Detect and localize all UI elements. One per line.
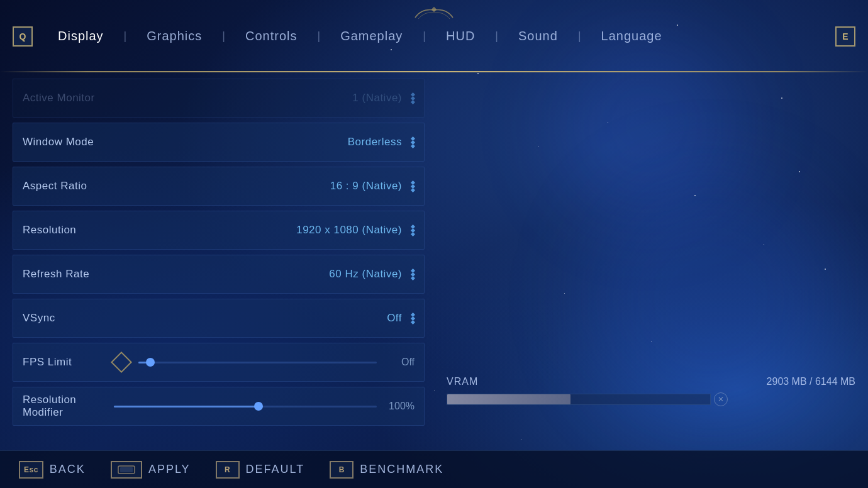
active-monitor-label: Active Monitor: [23, 92, 95, 104]
apply-button[interactable]: APPLY: [111, 461, 191, 479]
vram-close-button[interactable]: ✕: [714, 392, 728, 406]
aspect-ratio-value-container: 16 : 9 (Native): [330, 180, 415, 192]
vsync-value-container: Off: [387, 312, 415, 324]
fps-limit-icon: [111, 352, 132, 373]
tab-separator-6: |: [577, 30, 582, 43]
setting-fps-limit[interactable]: FPS Limit Off: [13, 343, 425, 382]
tab-separator-4: |: [421, 30, 427, 43]
fps-limit-value: Off: [386, 357, 415, 368]
content-area: Active Monitor 1 (Native) Window Mode Bo…: [0, 72, 868, 450]
tab-separator-5: |: [494, 30, 499, 43]
tab-sound[interactable]: Sound: [499, 24, 577, 48]
resolution-modifier-slider-track[interactable]: [114, 406, 377, 408]
benchmark-label: BENCHMARK: [360, 463, 443, 476]
tab-display[interactable]: Display: [39, 24, 123, 48]
active-monitor-value: 1 (Native): [352, 92, 402, 104]
right-panel: VRAM 2903 MB / 6144 MB ✕: [428, 79, 855, 444]
settings-panel: Active Monitor 1 (Native) Window Mode Bo…: [13, 79, 428, 444]
apply-label: APPLY: [148, 463, 191, 476]
setting-resolution-modifier[interactable]: Resolution Modifier 100%: [13, 387, 425, 426]
left-key-button[interactable]: Q: [13, 26, 33, 47]
window-mode-value: Borderless: [348, 136, 402, 148]
aspect-ratio-value: 16 : 9 (Native): [330, 180, 402, 192]
benchmark-button[interactable]: B BENCHMARK: [330, 461, 443, 479]
active-monitor-arrows: [411, 93, 415, 104]
vsync-arrows: [411, 313, 415, 324]
nav-tabs: Display | Graphics | Controls | Gameplay…: [39, 24, 829, 48]
nav-divider: [0, 71, 868, 72]
setting-resolution[interactable]: Resolution 1920 x 1080 (Native): [13, 211, 425, 250]
aspect-ratio-label: Aspect Ratio: [23, 180, 87, 192]
default-label: DEFAULT: [246, 463, 305, 476]
benchmark-key: B: [330, 461, 353, 479]
setting-vsync[interactable]: VSync Off: [13, 299, 425, 338]
resolution-modifier-label: Resolution Modifier: [23, 394, 104, 419]
window-mode-arrows: [411, 137, 415, 148]
tab-separator-2: |: [221, 30, 226, 43]
svg-rect-2: [120, 467, 133, 472]
active-monitor-value-container: 1 (Native): [352, 92, 415, 104]
refresh-rate-arrows: [411, 269, 415, 280]
default-key: R: [216, 461, 240, 479]
setting-window-mode[interactable]: Window Mode Borderless: [13, 123, 425, 162]
apply-key: [111, 461, 142, 479]
tab-language[interactable]: Language: [582, 24, 681, 48]
svg-rect-0: [431, 7, 437, 12]
setting-aspect-ratio[interactable]: Aspect Ratio 16 : 9 (Native): [13, 167, 425, 206]
tab-separator-1: |: [123, 30, 128, 43]
resolution-value-container: 1920 x 1080 (Native): [296, 224, 415, 236]
refresh-rate-value-container: 60 Hz (Native): [329, 268, 415, 280]
fps-limit-slider-track[interactable]: [138, 362, 377, 363]
tab-separator-3: |: [316, 30, 321, 43]
resolution-arrows: [411, 225, 415, 236]
resolution-modifier-value: 100%: [386, 401, 415, 412]
back-button[interactable]: Esc BACK: [19, 461, 86, 479]
fps-limit-thumb[interactable]: [146, 358, 155, 367]
resolution-value: 1920 x 1080 (Native): [296, 224, 402, 236]
vsync-value: Off: [387, 312, 402, 324]
resolution-modifier-thumb[interactable]: [254, 402, 263, 411]
vram-container: VRAM 2903 MB / 6144 MB ✕: [447, 376, 855, 406]
fps-limit-track: [138, 362, 377, 363]
bottom-bar: Esc BACK APPLY R DEFAULT B BENCHMARK: [0, 450, 868, 488]
navigation-bar: Q Display | Graphics | Controls | Gamepl…: [0, 0, 868, 72]
vram-label: VRAM: [447, 376, 478, 387]
right-key-button[interactable]: E: [835, 26, 855, 47]
resolution-modifier-track: [114, 406, 377, 408]
resolution-modifier-fill: [114, 406, 259, 408]
setting-active-monitor[interactable]: Active Monitor 1 (Native): [13, 79, 425, 118]
fps-limit-label: FPS Limit: [23, 356, 104, 369]
window-mode-label: Window Mode: [23, 136, 94, 148]
resolution-label: Resolution: [23, 224, 76, 236]
refresh-rate-label: Refresh Rate: [23, 268, 89, 280]
vram-bar-container: ✕: [447, 392, 855, 406]
vram-value: 2903 MB / 6144 MB: [767, 376, 855, 387]
window-mode-value-container: Borderless: [348, 136, 415, 148]
setting-refresh-rate[interactable]: Refresh Rate 60 Hz (Native): [13, 255, 425, 294]
tab-controls[interactable]: Controls: [226, 24, 316, 48]
aspect-ratio-arrows: [411, 181, 415, 192]
tab-gameplay[interactable]: Gameplay: [321, 24, 421, 48]
vram-bar-used: [447, 394, 570, 404]
vram-bar: [447, 394, 711, 405]
back-key: Esc: [19, 461, 43, 479]
vsync-label: VSync: [23, 312, 55, 324]
back-label: BACK: [50, 463, 86, 476]
tab-graphics[interactable]: Graphics: [128, 24, 221, 48]
refresh-rate-value: 60 Hz (Native): [329, 268, 402, 280]
default-button[interactable]: R DEFAULT: [216, 461, 305, 479]
vram-header: VRAM 2903 MB / 6144 MB: [447, 376, 855, 387]
tab-hud[interactable]: HUD: [427, 24, 494, 48]
